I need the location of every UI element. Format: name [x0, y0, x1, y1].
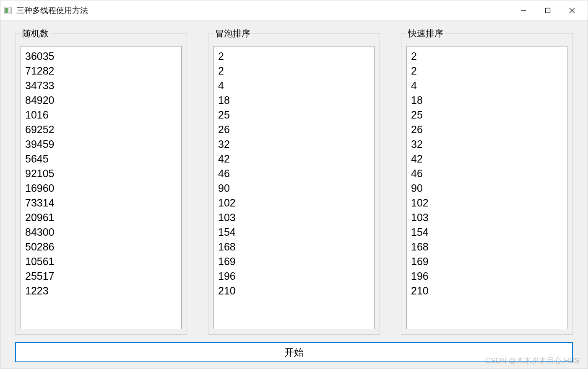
- window-title: 三种多线程使用方法: [16, 5, 511, 16]
- list-item[interactable]: 2: [411, 64, 563, 78]
- list-item[interactable]: 103: [218, 210, 370, 225]
- application-window: 三种多线程使用方法 随机数 36035712823473384920101669…: [0, 0, 588, 369]
- list-item[interactable]: 210: [218, 284, 370, 298]
- group-quick-title: 快速排序: [406, 28, 445, 39]
- listbox-random[interactable]: 3603571282347338492010166925239459564592…: [21, 46, 182, 329]
- list-item[interactable]: 18: [218, 93, 370, 108]
- list-item[interactable]: 92105: [25, 166, 177, 181]
- svg-rect-4: [546, 8, 550, 13]
- list-item[interactable]: 26: [218, 122, 370, 137]
- list-item[interactable]: 32: [411, 137, 563, 152]
- list-item[interactable]: 5645: [25, 152, 177, 166]
- list-item[interactable]: 103: [411, 210, 563, 225]
- list-item[interactable]: 73314: [25, 196, 177, 210]
- list-item[interactable]: 84920: [25, 93, 177, 108]
- window-controls: [511, 0, 584, 21]
- list-item[interactable]: 46: [218, 166, 370, 181]
- list-item[interactable]: 42: [411, 152, 563, 166]
- maximize-button[interactable]: [536, 0, 560, 21]
- list-item[interactable]: 196: [218, 269, 370, 284]
- list-item[interactable]: 168: [411, 240, 563, 254]
- list-item[interactable]: 168: [218, 240, 370, 254]
- list-item[interactable]: 36035: [25, 49, 177, 64]
- list-item[interactable]: 2: [218, 49, 370, 64]
- list-item[interactable]: 210: [411, 284, 563, 298]
- list-item[interactable]: 25: [218, 108, 370, 122]
- list-item[interactable]: 39459: [25, 137, 177, 152]
- list-item[interactable]: 16960: [25, 181, 177, 196]
- list-item[interactable]: 196: [411, 269, 563, 284]
- button-row: 开始: [15, 335, 573, 362]
- list-item[interactable]: 69252: [25, 122, 177, 137]
- list-item[interactable]: 154: [411, 225, 563, 240]
- list-item[interactable]: 10561: [25, 254, 177, 269]
- svg-rect-1: [5, 8, 8, 13]
- list-item[interactable]: 102: [218, 196, 370, 210]
- list-item[interactable]: 25517: [25, 269, 177, 284]
- list-item[interactable]: 25: [411, 108, 563, 122]
- list-item[interactable]: 18: [411, 93, 563, 108]
- listbox-bubble[interactable]: 22418252632424690102103154168169196210: [213, 46, 375, 329]
- list-item[interactable]: 1016: [25, 108, 177, 122]
- group-bubble-sort: 冒泡排序 22418252632424690102103154168169196…: [208, 33, 380, 335]
- group-quick-sort: 快速排序 22418252632424690102103154168169196…: [401, 33, 573, 335]
- group-bubble-title: 冒泡排序: [213, 28, 252, 39]
- list-item[interactable]: 71282: [25, 64, 177, 78]
- list-item[interactable]: 84300: [25, 225, 177, 240]
- close-button[interactable]: [560, 0, 584, 21]
- list-item[interactable]: 20961: [25, 210, 177, 225]
- list-item[interactable]: 169: [218, 254, 370, 269]
- list-item[interactable]: 90: [218, 181, 370, 196]
- list-item[interactable]: 169: [411, 254, 563, 269]
- list-item[interactable]: 4: [218, 78, 370, 93]
- list-item[interactable]: 32: [218, 137, 370, 152]
- groups-row: 随机数 360357128234733849201016692523945956…: [15, 33, 573, 335]
- list-item[interactable]: 34733: [25, 78, 177, 93]
- start-button[interactable]: 开始: [15, 342, 573, 362]
- list-item[interactable]: 1223: [25, 284, 177, 298]
- group-random-title: 随机数: [21, 28, 50, 39]
- list-item[interactable]: 102: [411, 196, 563, 210]
- list-item[interactable]: 4: [411, 78, 563, 93]
- list-item[interactable]: 154: [218, 225, 370, 240]
- list-item[interactable]: 26: [411, 122, 563, 137]
- svg-rect-0: [4, 7, 12, 14]
- list-item[interactable]: 46: [411, 166, 563, 181]
- listbox-quick[interactable]: 22418252632424690102103154168169196210: [406, 46, 567, 329]
- titlebar[interactable]: 三种多线程使用方法: [0, 0, 588, 21]
- list-item[interactable]: 2: [411, 49, 563, 64]
- list-item[interactable]: 50286: [25, 240, 177, 254]
- group-random: 随机数 360357128234733849201016692523945956…: [15, 33, 187, 335]
- list-item[interactable]: 42: [218, 152, 370, 166]
- app-icon: [4, 6, 12, 15]
- list-item[interactable]: 90: [411, 181, 563, 196]
- svg-rect-2: [8, 8, 10, 13]
- minimize-button[interactable]: [511, 0, 536, 21]
- list-item[interactable]: 2: [218, 64, 370, 78]
- content-area: 随机数 360357128234733849201016692523945956…: [0, 21, 588, 369]
